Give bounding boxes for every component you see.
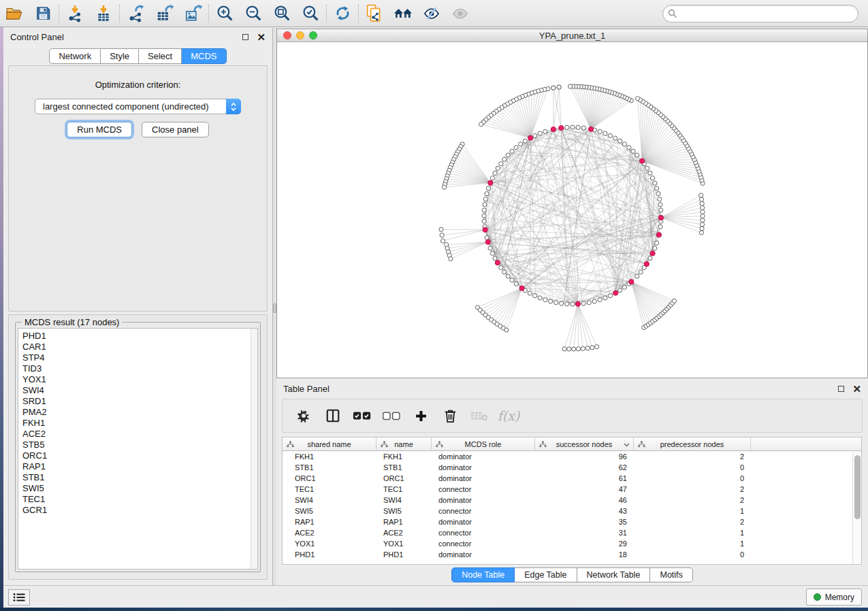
network-node[interactable] bbox=[645, 166, 649, 170]
network-node[interactable] bbox=[570, 302, 575, 306]
network-node[interactable] bbox=[639, 270, 643, 274]
window-list-button[interactable] bbox=[8, 589, 30, 606]
tab-select[interactable]: Select bbox=[139, 48, 182, 64]
zoom-selected-button[interactable] bbox=[296, 2, 325, 25]
network-node[interactable] bbox=[585, 346, 590, 350]
network-node[interactable] bbox=[440, 233, 444, 237]
network-node[interactable] bbox=[603, 296, 607, 300]
float-panel-icon[interactable] bbox=[242, 34, 248, 40]
network-node[interactable] bbox=[608, 294, 612, 298]
mcds-hub-node[interactable] bbox=[528, 135, 533, 140]
network-node[interactable] bbox=[658, 225, 662, 229]
network-node[interactable] bbox=[576, 347, 580, 351]
table-row[interactable]: FKH1FKH1dominator962 bbox=[283, 451, 861, 462]
network-node[interactable] bbox=[493, 257, 497, 261]
deselect-all-button[interactable] bbox=[380, 403, 403, 428]
table-scrollbar[interactable] bbox=[852, 452, 861, 564]
mcds-hub-node[interactable] bbox=[644, 261, 649, 266]
network-node[interactable] bbox=[551, 86, 556, 90]
mcds-result-item[interactable]: ORC1 bbox=[22, 450, 257, 461]
network-node[interactable] bbox=[659, 208, 663, 212]
network-node[interactable] bbox=[482, 219, 486, 223]
import-table-button[interactable] bbox=[89, 2, 118, 25]
network-node[interactable] bbox=[618, 139, 622, 143]
mcds-hub-node[interactable] bbox=[613, 291, 618, 295]
network-node[interactable] bbox=[598, 129, 602, 133]
network-node[interactable] bbox=[672, 299, 676, 303]
table-row[interactable]: SWI4SWI4dominator462 bbox=[283, 495, 861, 506]
network-node[interactable] bbox=[701, 218, 705, 222]
close-panel-button[interactable]: Close panel bbox=[142, 122, 209, 137]
network-node[interactable] bbox=[449, 257, 453, 261]
network-window-titlebar[interactable]: YPA_prune.txt_1 bbox=[277, 29, 867, 42]
add-column-button[interactable] bbox=[409, 403, 432, 428]
hide-selected-button[interactable] bbox=[417, 2, 446, 25]
network-node[interactable] bbox=[653, 246, 657, 250]
mcds-result-item[interactable]: STB5 bbox=[22, 440, 257, 450]
network-node[interactable] bbox=[592, 299, 596, 303]
mcds-result-item[interactable]: TID3 bbox=[22, 363, 257, 374]
table-row[interactable]: SWI5SWI5connector431 bbox=[283, 506, 861, 516]
mcds-result-item[interactable]: PMA2 bbox=[22, 407, 257, 418]
network-node[interactable] bbox=[440, 239, 445, 243]
tab-edge-table[interactable]: Edge Table bbox=[515, 567, 577, 582]
network-node[interactable] bbox=[635, 274, 639, 278]
network-node[interactable] bbox=[514, 282, 518, 286]
network-node[interactable] bbox=[581, 301, 585, 306]
network-node[interactable] bbox=[514, 146, 518, 150]
network-node[interactable] bbox=[656, 192, 660, 196]
network-node[interactable] bbox=[613, 136, 617, 140]
network-node[interactable] bbox=[486, 186, 490, 191]
network-node[interactable] bbox=[490, 251, 494, 255]
network-node[interactable] bbox=[538, 296, 542, 300]
mcds-result-item[interactable]: SWI4 bbox=[22, 385, 257, 396]
network-node[interactable] bbox=[701, 214, 705, 218]
tab-network[interactable]: Network bbox=[49, 48, 101, 64]
zoom-out-button[interactable] bbox=[239, 2, 268, 25]
network-node[interactable] bbox=[581, 126, 585, 130]
table-row[interactable]: YOX1YOX1connector291 bbox=[283, 538, 861, 549]
network-node[interactable] bbox=[502, 270, 507, 274]
network-node[interactable] bbox=[485, 192, 489, 196]
table-row[interactable]: ORC1ORC1dominator610 bbox=[283, 473, 861, 484]
mcds-hub-node[interactable] bbox=[551, 127, 556, 131]
network-node[interactable] bbox=[557, 85, 561, 89]
tab-node-table[interactable]: Node Table bbox=[451, 567, 515, 582]
mcds-result-item[interactable]: ACE2 bbox=[22, 429, 257, 440]
tab-motifs[interactable]: Motifs bbox=[650, 567, 692, 582]
network-node[interactable] bbox=[570, 125, 575, 129]
network-node[interactable] bbox=[700, 201, 704, 205]
float-table-panel-icon[interactable] bbox=[838, 386, 844, 392]
mcds-hub-node[interactable] bbox=[588, 127, 593, 131]
network-node[interactable] bbox=[622, 285, 626, 289]
show-all-button[interactable] bbox=[446, 2, 475, 25]
network-node[interactable] bbox=[543, 298, 547, 302]
network-node[interactable] bbox=[496, 166, 500, 170]
table-row[interactable]: PHD1PHD1dominator180 bbox=[283, 549, 861, 560]
network-node[interactable] bbox=[701, 205, 705, 210]
column-header-predecessor-nodes[interactable]: predecessor nodes bbox=[634, 437, 751, 450]
table-row[interactable]: RAP1RAP1dominator352 bbox=[283, 516, 861, 527]
table-row[interactable]: TEC1TEC1connector472 bbox=[283, 484, 861, 495]
network-node[interactable] bbox=[603, 131, 607, 135]
show-column-button[interactable] bbox=[321, 403, 344, 428]
network-node[interactable] bbox=[655, 241, 659, 245]
column-header-MCDS-role[interactable]: MCDS role bbox=[432, 437, 535, 450]
network-node[interactable] bbox=[700, 227, 704, 231]
network-node[interactable] bbox=[482, 208, 486, 212]
mcds-hub-node[interactable] bbox=[650, 251, 655, 256]
optimization-criterion-select[interactable]: largest connected component (undirected) bbox=[35, 99, 241, 114]
network-node[interactable] bbox=[587, 301, 591, 305]
network-node[interactable] bbox=[506, 153, 510, 157]
delete-column-button[interactable] bbox=[438, 403, 462, 428]
mcds-list-scrollbar[interactable] bbox=[251, 329, 257, 569]
refresh-view-button[interactable] bbox=[328, 2, 357, 25]
network-node[interactable] bbox=[598, 298, 602, 302]
export-image-button[interactable] bbox=[178, 2, 207, 25]
mcds-result-item[interactable]: CAR1 bbox=[22, 342, 257, 352]
mcds-hub-node[interactable] bbox=[485, 240, 490, 244]
save-session-button[interactable] bbox=[29, 2, 57, 25]
network-node[interactable] bbox=[562, 347, 566, 351]
network-node[interactable] bbox=[635, 97, 639, 101]
run-mcds-button[interactable]: Run MCDS bbox=[67, 122, 132, 137]
